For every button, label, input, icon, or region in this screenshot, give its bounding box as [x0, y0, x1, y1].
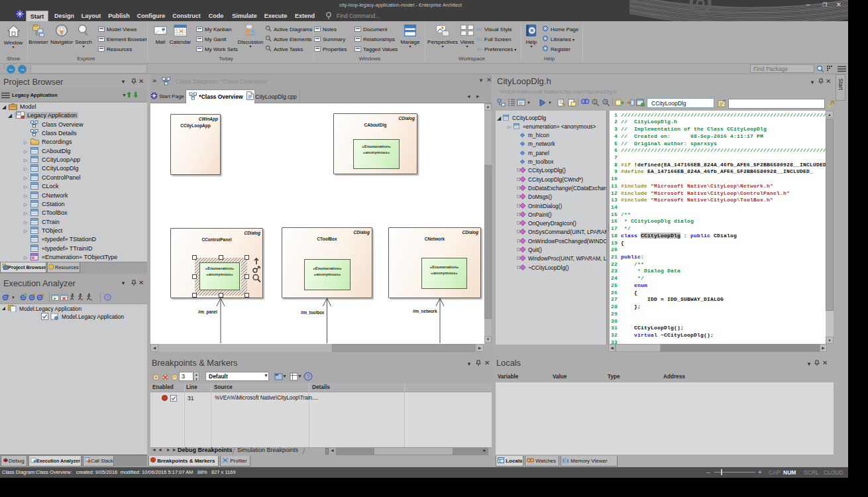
- svg-text:#m_panel: #m_panel: [198, 309, 217, 315]
- svg-text:#m_network: #m_network: [413, 309, 437, 313]
- svg-text:?: ?: [107, 295, 109, 300]
- svg-text:?: ?: [306, 373, 309, 380]
- svg-text:S: S: [594, 100, 596, 104]
- svg-text:R: R: [604, 100, 608, 104]
- svg-text:#m_toolbox: #m_toolbox: [301, 310, 325, 315]
